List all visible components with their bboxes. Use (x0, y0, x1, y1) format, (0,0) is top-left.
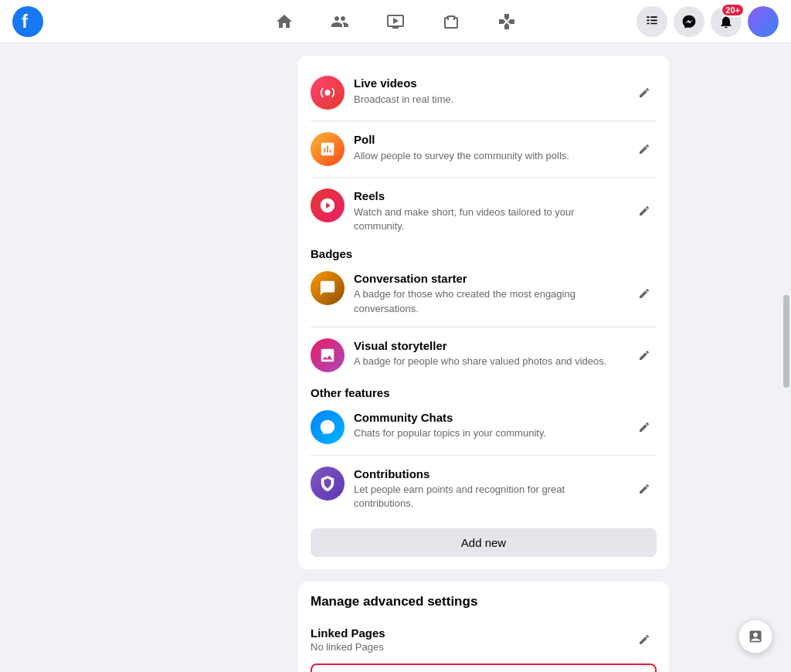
nav-home[interactable] (269, 6, 300, 37)
nav-watch[interactable] (380, 6, 411, 37)
list-item: Reels Watch and make short, fun videos t… (311, 181, 657, 241)
notification-badge: 20+ (721, 3, 745, 17)
live-videos-icon (311, 76, 345, 110)
community-chats-edit-button[interactable] (632, 415, 657, 440)
community-chats-icon (311, 410, 345, 444)
visual-storyteller-icon (311, 338, 345, 372)
reels-title: Reels (354, 188, 623, 204)
linked-pages-label: Linked Pages (311, 626, 385, 640)
main-content: Live videos Broadcast in real time. Poll (0, 43, 791, 672)
user-avatar[interactable] (748, 6, 779, 37)
contributions-edit-button[interactable] (632, 477, 657, 501)
nav-right: 20+ (637, 6, 779, 37)
svg-text:f: f (22, 11, 29, 32)
community-chats-text: Community Chats Chats for popular topics… (354, 410, 623, 441)
apps-row: Apps No apps (311, 664, 657, 672)
messenger-button[interactable] (674, 6, 704, 37)
advanced-settings-title: Manage advanced settings (311, 594, 657, 609)
nav-left: f (12, 6, 43, 37)
contributions-title: Contributions (354, 467, 623, 482)
live-videos-edit-button[interactable] (632, 80, 657, 105)
conversation-starter-edit-button[interactable] (632, 281, 657, 306)
divider-3 (311, 327, 657, 328)
live-videos-text: Live videos Broadcast in real time. (354, 76, 623, 107)
linked-pages-edit-button[interactable] (632, 627, 657, 652)
contributions-text: Contributions Let people earn points and… (354, 467, 623, 511)
facebook-logo[interactable]: f (12, 6, 43, 37)
divider-1 (311, 120, 657, 121)
list-item: Visual storyteller A badge for people wh… (311, 331, 657, 380)
list-item: Community Chats Chats for popular topics… (311, 402, 657, 452)
community-chats-title: Community Chats (354, 410, 623, 426)
left-sidebar (0, 43, 185, 672)
conversation-starter-desc: A badge for those who created the most e… (354, 287, 623, 315)
other-features-section-header: Other features (311, 380, 657, 402)
svg-point-2 (324, 90, 330, 95)
conversation-starter-title: Conversation starter (354, 271, 623, 287)
visual-storyteller-edit-button[interactable] (632, 343, 657, 368)
reels-edit-button[interactable] (632, 199, 657, 223)
visual-storyteller-desc: A badge for people who share valued phot… (354, 355, 623, 368)
live-videos-title: Live videos (354, 76, 623, 91)
nav-center (269, 6, 522, 37)
compose-fab[interactable] (738, 619, 772, 653)
grid-menu-button[interactable] (637, 6, 667, 37)
reels-text: Reels Watch and make short, fun videos t… (354, 188, 623, 233)
scrollbar-thumb[interactable] (783, 295, 789, 388)
notifications-button[interactable]: 20+ (711, 6, 742, 37)
poll-text: Poll Allow people to survey the communit… (354, 132, 623, 163)
contributions-icon (311, 467, 345, 501)
add-new-button[interactable]: Add new (311, 528, 657, 557)
community-chats-desc: Chats for popular topics in your communi… (354, 426, 623, 440)
visual-storyteller-title: Visual storyteller (354, 338, 623, 354)
poll-edit-button[interactable] (632, 137, 657, 161)
list-item: Poll Allow people to survey the communit… (311, 124, 657, 174)
poll-desc: Allow people to survey the community wit… (354, 149, 623, 163)
divider-4 (311, 455, 657, 456)
advanced-settings-card: Manage advanced settings Linked Pages No… (298, 582, 669, 672)
live-videos-desc: Broadcast in real time. (354, 93, 623, 107)
linked-pages-row: Linked Pages No linked Pages (311, 619, 657, 660)
conversation-starter-text: Conversation starter A badge for those w… (354, 271, 623, 316)
svg-point-0 (12, 6, 43, 37)
nav-friends[interactable] (324, 6, 355, 37)
poll-icon (311, 132, 345, 166)
nav-marketplace[interactable] (436, 6, 467, 37)
list-item: Conversation starter A badge for those w… (311, 263, 657, 324)
reels-desc: Watch and make short, fun videos tailore… (354, 205, 623, 233)
center-panel: Live videos Broadcast in real time. Poll (185, 43, 782, 672)
list-item: Contributions Let people earn points and… (311, 459, 657, 519)
right-scrollbar[interactable] (782, 43, 791, 672)
conversation-starter-icon (311, 271, 345, 305)
poll-title: Poll (354, 132, 623, 148)
top-nav: f (0, 0, 791, 43)
list-item: Live videos Broadcast in real time. (311, 68, 657, 117)
visual-storyteller-text: Visual storyteller A badge for people wh… (354, 338, 623, 369)
linked-pages-value: No linked Pages (311, 641, 385, 653)
contributions-desc: Let people earn points and recognition f… (354, 483, 623, 511)
nav-gaming[interactable] (491, 6, 522, 37)
divider-2 (311, 177, 657, 178)
features-card: Live videos Broadcast in real time. Poll (298, 56, 669, 569)
reels-icon (311, 188, 345, 222)
badges-section-header: Badges (311, 241, 657, 263)
